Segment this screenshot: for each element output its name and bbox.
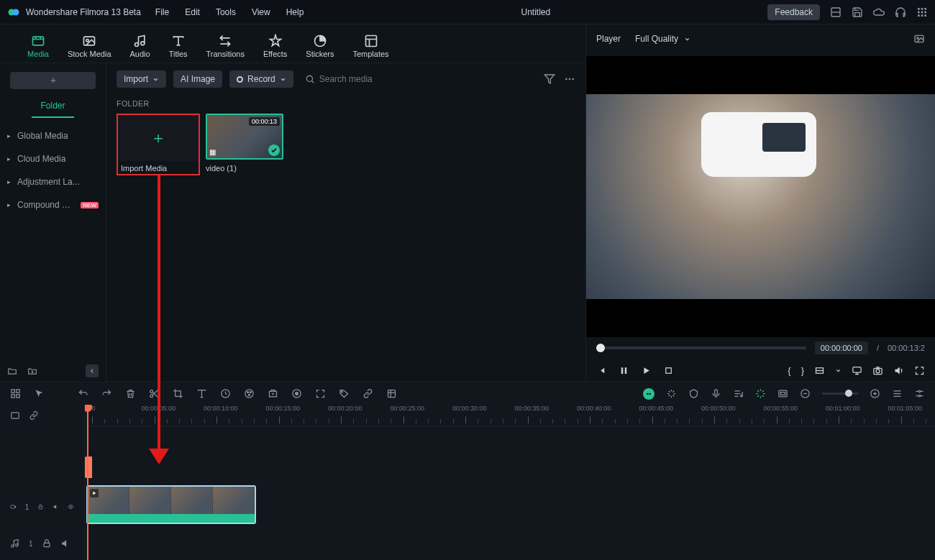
- folder-header[interactable]: Folder: [32, 96, 74, 118]
- zoom-out-icon[interactable]: [800, 388, 811, 399]
- snapshot-icon[interactable]: [913, 33, 925, 45]
- undo-icon[interactable]: [78, 388, 88, 399]
- sidebar-item-compound-clip[interactable]: ▸ Compound Clip NEW: [0, 194, 106, 216]
- zoom-knob[interactable]: [845, 390, 852, 397]
- scrub-head[interactable]: [596, 344, 605, 352]
- play-icon[interactable]: [641, 365, 652, 376]
- player-tab[interactable]: Player: [596, 34, 621, 44]
- prev-frame-icon[interactable]: [596, 365, 607, 376]
- folder-out-icon[interactable]: [7, 366, 17, 376]
- timeline-clip[interactable]: [86, 485, 256, 524]
- expand-icon[interactable]: [315, 388, 326, 399]
- search-input[interactable]: [319, 74, 463, 84]
- thumb-display-icon[interactable]: [10, 410, 20, 421]
- visibility-icon[interactable]: [68, 502, 74, 512]
- stop-icon[interactable]: [663, 365, 674, 376]
- filter-icon[interactable]: [544, 73, 555, 85]
- view-mode-icon[interactable]: [777, 388, 788, 399]
- headset-icon[interactable]: [895, 6, 906, 18]
- ai-image-button[interactable]: AI Image: [173, 70, 222, 88]
- menu-edit[interactable]: Edit: [185, 7, 200, 17]
- audio-track-header[interactable]: 1: [0, 527, 84, 560]
- save-icon[interactable]: [852, 6, 863, 18]
- tab-effects[interactable]: Effects: [260, 34, 290, 58]
- media-clip-item[interactable]: ▦ 00:00:13 video (1): [206, 114, 285, 175]
- feedback-button[interactable]: Feedback: [767, 4, 820, 20]
- mute-track-icon[interactable]: [53, 502, 59, 512]
- playhead[interactable]: [87, 405, 88, 560]
- layout-icon[interactable]: [830, 6, 842, 18]
- folder-in-icon[interactable]: [27, 366, 37, 376]
- svg-point-46: [647, 393, 649, 395]
- tab-stickers[interactable]: Stickers: [303, 34, 337, 58]
- marker-box-icon[interactable]: [386, 388, 397, 399]
- delete-range-icon[interactable]: [268, 388, 278, 399]
- tag-icon[interactable]: [339, 388, 350, 399]
- crop-icon[interactable]: [173, 388, 183, 399]
- cloud-icon[interactable]: [873, 6, 885, 18]
- volume-icon[interactable]: [893, 365, 904, 376]
- toggle-grid-icon[interactable]: [10, 388, 21, 399]
- music-list-icon[interactable]: [733, 388, 744, 399]
- text-icon[interactable]: [196, 388, 207, 399]
- auto-icon[interactable]: [755, 388, 766, 399]
- import-button[interactable]: Import: [117, 70, 166, 88]
- quality-selector[interactable]: Full Quality: [635, 34, 690, 44]
- menu-file[interactable]: File: [155, 7, 169, 17]
- sidebar-item-global-media[interactable]: ▸ Global Media: [0, 125, 106, 147]
- mute-audio-icon[interactable]: [60, 538, 70, 548]
- tab-stock-media[interactable]: Stock Media: [65, 34, 114, 58]
- link-icon[interactable]: [362, 388, 373, 399]
- shield-icon[interactable]: [688, 388, 699, 399]
- tab-media[interactable]: Media: [24, 34, 52, 58]
- scrub-track[interactable]: [596, 346, 806, 349]
- tab-audio[interactable]: Audio: [127, 34, 153, 58]
- more-options-icon[interactable]: [564, 73, 575, 85]
- play-pause-icon[interactable]: [619, 365, 629, 376]
- display-icon[interactable]: [852, 365, 862, 376]
- mark-in-icon[interactable]: {: [788, 365, 790, 376]
- delete-icon[interactable]: [125, 388, 136, 399]
- aspect-ratio-icon[interactable]: [814, 365, 825, 376]
- sidebar-item-adjustment-layer[interactable]: ▸ Adjustment La...: [0, 171, 106, 193]
- zoom-in-icon[interactable]: [870, 388, 880, 399]
- menu-help[interactable]: Help: [286, 7, 304, 17]
- speed-icon[interactable]: [220, 388, 231, 399]
- ai-tools-icon[interactable]: [643, 388, 654, 400]
- player-canvas[interactable]: [586, 56, 935, 337]
- tab-templates[interactable]: Templates: [350, 34, 391, 58]
- video-track-header[interactable]: 1: [0, 487, 84, 527]
- layers-icon[interactable]: [892, 388, 903, 399]
- mic-icon[interactable]: [711, 388, 721, 399]
- zoom-slider[interactable]: [822, 393, 858, 395]
- timeline-ruler[interactable]: 00:0000:00:05:0000:00:10:0000:00:15:0000…: [85, 405, 935, 426]
- lock-track-icon[interactable]: [37, 502, 44, 512]
- redo-icon[interactable]: [101, 388, 112, 399]
- import-media-tile[interactable]: ＋ Import Media: [117, 114, 200, 175]
- track-area[interactable]: [85, 426, 935, 560]
- add-folder-button[interactable]: [10, 72, 96, 89]
- fullscreen-icon[interactable]: [914, 365, 925, 376]
- playhead-handle[interactable]: [85, 456, 92, 478]
- link-toggle-icon[interactable]: [29, 410, 39, 421]
- color-icon[interactable]: [244, 388, 255, 399]
- sidebar-item-cloud-media[interactable]: ▸ Cloud Media: [0, 148, 106, 170]
- chevron-down-icon[interactable]: [835, 367, 842, 374]
- timeline-right[interactable]: 00:0000:00:05:0000:00:10:0000:00:15:0000…: [85, 405, 935, 560]
- keyframe-icon[interactable]: [291, 388, 302, 399]
- tab-transitions[interactable]: Transitions: [204, 34, 247, 58]
- cursor-select-icon[interactable]: [34, 388, 45, 399]
- track-settings-icon[interactable]: [914, 388, 925, 399]
- search-icon[interactable]: [305, 74, 315, 84]
- collapse-panel-button[interactable]: [86, 364, 99, 377]
- sparkle-icon[interactable]: [666, 388, 677, 399]
- menu-view[interactable]: View: [252, 7, 270, 17]
- record-button[interactable]: Record: [229, 70, 293, 88]
- camera-snapshot-icon[interactable]: [872, 365, 883, 376]
- menu-tools[interactable]: Tools: [216, 7, 236, 17]
- apps-grid-icon[interactable]: [916, 6, 928, 18]
- tab-titles[interactable]: Titles: [166, 34, 191, 58]
- mark-out-icon[interactable]: }: [801, 365, 804, 376]
- lock-audio-icon[interactable]: [42, 538, 52, 548]
- ruler-tick: 00:01:00:00: [839, 405, 873, 412]
